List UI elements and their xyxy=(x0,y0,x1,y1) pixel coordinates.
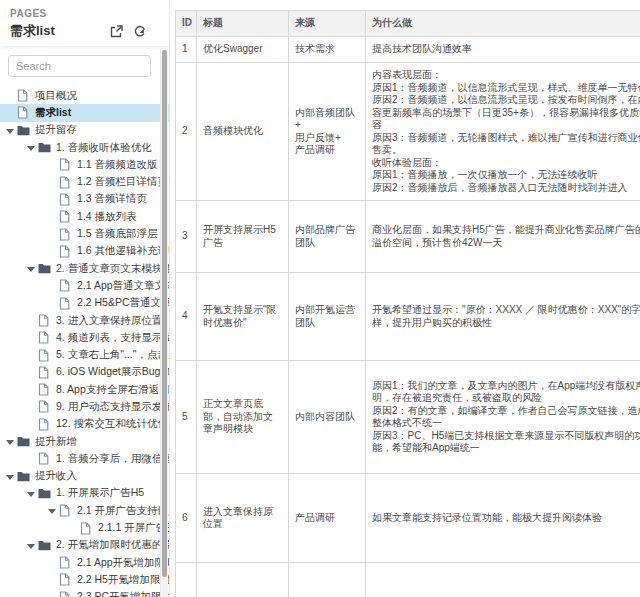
folder-icon xyxy=(38,262,53,275)
tree-page-item[interactable]: 2.1 开屏广告支持嵌入h5 xyxy=(0,502,169,519)
caret-down-icon[interactable] xyxy=(25,487,38,500)
table-row: 2音频模块优化内部音频团队+ 用户反馈+ 产品调研内容表现层面： 原因1：音频频… xyxy=(176,63,640,201)
page-icon xyxy=(38,349,53,362)
tree-folder-item[interactable]: 2. 开氪增加限时优惠的原价字 xyxy=(0,537,169,554)
caret-spacer xyxy=(46,297,59,310)
caret-spacer xyxy=(25,418,38,431)
sidebar-scrollbar[interactable] xyxy=(160,48,168,597)
table-row: 5正文文章页底部，自动添加文章声明模块内部内容团队原因1：我们的文章，及文章内的… xyxy=(176,361,640,474)
caret-spacer xyxy=(46,573,59,586)
tree-page-item[interactable]: 2.2 H5&PC普通文章文末模 xyxy=(0,295,169,312)
cell-title: 音频模块优化 xyxy=(197,63,289,201)
cell-why: 如果文章能支持记录位置功能，能极大提升阅读体验 xyxy=(366,474,640,563)
tree-item-label: 1.1 音频频道改版 xyxy=(77,158,158,172)
tree-page-item[interactable]: 2.1.1 开屏广告完整流程 xyxy=(0,519,169,536)
cell-id: 6 xyxy=(176,474,197,563)
cell-source: 内部内容团队 xyxy=(289,361,366,474)
tree-folder-item[interactable]: 1. 开屏展示广告H5 xyxy=(0,485,169,502)
cell-title: 开屏支持展示H5广告 xyxy=(197,201,289,273)
caret-down-icon[interactable] xyxy=(4,435,17,448)
tree-page-item[interactable]: 项目概况 xyxy=(0,87,169,104)
page-icon xyxy=(59,245,74,258)
cell-title: 正文文章页底部，自动添加文章声明模块 xyxy=(197,361,289,474)
page-icon xyxy=(59,556,74,569)
page-icon xyxy=(59,504,74,517)
caret-spacer xyxy=(4,89,17,102)
tree-item-label: 2.1.1 开屏广告完整流程 xyxy=(98,521,169,535)
page-icon xyxy=(38,418,53,431)
tree-page-item[interactable]: 需求list xyxy=(0,104,169,121)
tree-page-item[interactable]: 1.1 音频频道改版 xyxy=(0,156,169,173)
tree-item-label: 6. iOS Widget展示Bug修复 xyxy=(56,365,169,379)
page-icon xyxy=(17,89,32,102)
table-body: 1优化Swagger技术需求提高技术团队沟通效率2音频模块优化内部音频团队+ 用… xyxy=(176,37,640,597)
caret-down-icon[interactable] xyxy=(4,470,17,483)
caret-spacer xyxy=(25,383,38,396)
tree-folder-item[interactable]: 提升留存 xyxy=(0,122,169,139)
folder-icon xyxy=(38,141,53,154)
folder-icon xyxy=(17,470,32,483)
tree-page-item[interactable]: 3. 进入文章保持原位置 xyxy=(0,312,169,329)
caret-down-icon[interactable] xyxy=(25,262,38,275)
sidebar-header: PAGES 需求list xyxy=(0,0,169,46)
tree-page-item[interactable]: 5. 文章右上角"..."，点击后弹 xyxy=(0,346,169,363)
page-icon xyxy=(59,279,74,292)
caret-down-icon[interactable] xyxy=(25,539,38,552)
table-row xyxy=(176,563,640,597)
tree-page-item[interactable]: 1.6 其他逻辑补充说明 xyxy=(0,243,169,260)
export-icon[interactable] xyxy=(110,25,123,38)
tree-item-label: 提升收入 xyxy=(35,469,77,483)
caret-down-icon[interactable] xyxy=(46,504,59,517)
cell-source: 产品调研 xyxy=(289,474,366,563)
tree-folder-item[interactable]: 提升收入 xyxy=(0,468,169,485)
tree-item-label: 2. 开氪增加限时优惠的原价字 xyxy=(56,538,169,552)
tree-page-item[interactable]: 1.5 音频底部浮层 xyxy=(0,225,169,242)
tree-item-label: 1.2 音频栏目详情页 xyxy=(77,175,168,189)
page-icon xyxy=(38,331,53,344)
cell-why xyxy=(366,563,640,597)
tree-page-item[interactable]: 12. 搜索交互和统计优化 xyxy=(0,416,169,433)
tree-item-label: 1.6 其他逻辑补充说明 xyxy=(77,244,169,258)
cell-title: 开氪支持显示"限时优惠价" xyxy=(197,273,289,361)
tree-page-item[interactable]: 6. iOS Widget展示Bug修复 xyxy=(0,364,169,381)
caret-spacer xyxy=(46,158,59,171)
table-row: 1优化Swagger技术需求提高技术团队沟通效率 xyxy=(176,37,640,63)
tree-page-item[interactable]: 2.1 App普通文章文末模块修 xyxy=(0,277,169,294)
page-icon xyxy=(59,228,74,241)
page-icon xyxy=(80,522,95,535)
tree-item-label: 1.5 音频底部浮层 xyxy=(77,227,158,241)
column-header: 来源 xyxy=(289,11,366,37)
cell-title: 优化Swagger xyxy=(197,37,289,63)
tree-page-item[interactable]: 1.4 播放列表 xyxy=(0,208,169,225)
table-row: 4开氪支持显示"限时优惠价"内部开氪运营团队开氪希望通过显示："原价：XXXX … xyxy=(176,273,640,361)
tree-page-item[interactable]: 1.3 音频详情页 xyxy=(0,191,169,208)
cell-title: 进入文章保持原位置 xyxy=(197,474,289,563)
page-icon xyxy=(59,573,74,586)
tree-item-label: 2.3 PC开氪增加限时优惠的 xyxy=(77,590,169,597)
tree-page-item[interactable]: 2.1 App开氪增加限时优惠的 xyxy=(0,554,169,571)
tree-page-item[interactable]: 9. 用户动态支持显示发布评论 xyxy=(0,398,169,415)
caret-down-icon[interactable] xyxy=(25,141,38,154)
tree-page-item[interactable]: 2.3 PC开氪增加限时优惠的 xyxy=(0,589,169,597)
caret-spacer xyxy=(46,228,59,241)
page-icon xyxy=(38,314,53,327)
scrollbar-thumb[interactable] xyxy=(162,50,167,577)
refresh-icon[interactable] xyxy=(133,25,147,38)
tree-item-label: 2.1 App普通文章文末模块修 xyxy=(77,279,169,293)
tree-item-label: 8. App支持全屏右滑返回上一 xyxy=(56,383,169,397)
tree-page-item[interactable]: 2.2 H5开氪增加限时优惠的 xyxy=(0,571,169,588)
search-input[interactable] xyxy=(8,55,151,77)
tree-page-item[interactable]: 8. App支持全屏右滑返回上一 xyxy=(0,381,169,398)
cell-id: 5 xyxy=(176,361,197,474)
tree-page-item[interactable]: 1. 音频分享后，用微信音频模 xyxy=(0,450,169,467)
tree-folder-item[interactable]: 提升新增 xyxy=(0,433,169,450)
tree-folder-item[interactable]: 2. 普通文章页文末模块修改 xyxy=(0,260,169,277)
cell-id: 4 xyxy=(176,273,197,361)
cell-source: 内部音频团队+ 用户反馈+ 产品调研 xyxy=(289,63,366,201)
caret-spacer xyxy=(46,279,59,292)
tree-page-item[interactable]: 4. 频道列表，支持显示收藏数 xyxy=(0,329,169,346)
caret-down-icon[interactable] xyxy=(4,124,17,137)
tree-page-item[interactable]: 1.2 音频栏目详情页 xyxy=(0,173,169,190)
page-icon xyxy=(59,176,74,189)
tree-folder-item[interactable]: 1. 音频收听体验优化 xyxy=(0,139,169,156)
